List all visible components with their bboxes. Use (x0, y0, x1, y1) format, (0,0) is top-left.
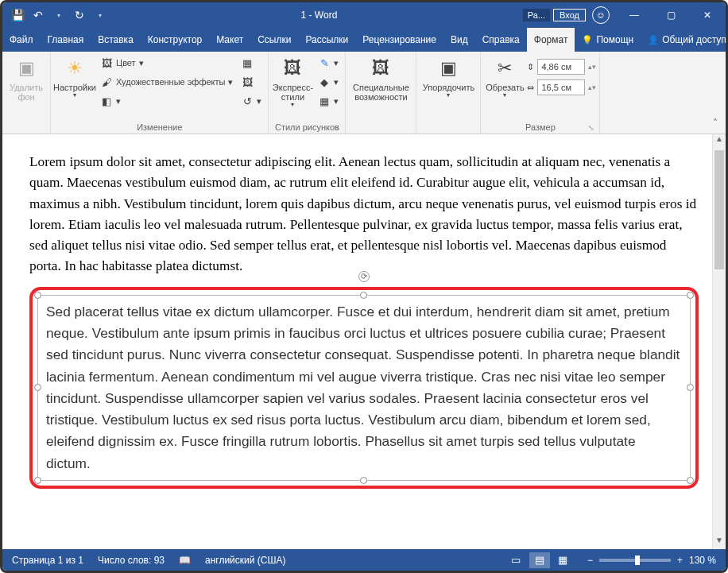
undo-dropdown-icon[interactable]: ▾ (50, 6, 68, 24)
crop-button[interactable]: ✂ Обрезать ▾ (484, 54, 525, 101)
print-layout-icon[interactable]: ▤ (529, 552, 550, 568)
width-icon: ⇔ (527, 83, 534, 93)
resize-handle[interactable] (687, 477, 694, 484)
resize-handle[interactable] (687, 292, 694, 299)
width-input[interactable]: 16,5 см (537, 79, 585, 95)
group-size: ✂ Обрезать ▾ ⇕ 4,86 см ▴▾ ⇔ 16,5 см ▴▾ Р… (481, 52, 600, 134)
launcher-icon[interactable]: ⤡ (588, 124, 594, 132)
word-count[interactable]: Число слов: 93 (98, 555, 165, 566)
face-icon[interactable]: ☺ (592, 6, 610, 24)
resize-handle[interactable] (34, 477, 41, 484)
reset-icon: ↺ (241, 95, 254, 107)
arrange-button[interactable]: ▣ Упорядочить ▾ (420, 54, 477, 101)
close-icon[interactable]: ✕ (689, 2, 726, 28)
arrange-icon: ▣ (436, 56, 461, 81)
remove-background-button[interactable]: ▣ Удалить фон (6, 54, 47, 103)
menu-bar: Файл Главная Вставка Конструктор Макет С… (2, 28, 726, 52)
zoom-out-icon[interactable]: − (587, 555, 593, 566)
picture-border-button[interactable]: ✎ ▾ (315, 54, 342, 72)
proofing-icon[interactable]: 📖 (179, 555, 191, 566)
status-bar: Страница 1 из 1 Число слов: 93 📖 английс… (2, 549, 726, 571)
tab-file[interactable]: Файл (2, 28, 41, 52)
zoom-level[interactable]: 130 % (689, 555, 716, 566)
height-input[interactable]: 4,86 см (537, 59, 585, 75)
title-bar: 💾 ↶▾ ↻▾ 1 - Word Ра... Вход ☺ — ▢ ✕ (2, 2, 726, 28)
corrections-button[interactable]: ☀ Настройки ▾ (54, 54, 95, 101)
vertical-scrollbar[interactable]: ▲ ▼ (712, 134, 726, 549)
zoom-controls: − + 130 % (587, 555, 716, 566)
title-right: Ра... Вход ☺ — ▢ ✕ (523, 2, 726, 28)
tab-help[interactable]: Справка (475, 28, 527, 52)
document-area[interactable]: Lorem ipsum dolor sit amet, consectetur … (2, 134, 726, 549)
tab-view[interactable]: Вид (443, 28, 475, 52)
tab-references[interactable]: Ссылки (250, 28, 298, 52)
redo-icon[interactable]: ↻ (71, 6, 88, 24)
resize-handle[interactable] (360, 292, 367, 299)
page-status[interactable]: Страница 1 из 1 (12, 555, 83, 566)
picture-effects-button[interactable]: ◆ ▾ (315, 73, 342, 91)
tab-review[interactable]: Рецензирование (355, 28, 443, 52)
group-adjust-label: Изменение (54, 121, 265, 134)
color-button[interactable]: 🖼Цвет ▾ (97, 54, 236, 72)
group-styles: 🖼 Экспресс-стили ▾ ✎ ▾ ◆ ▾ ▦ ▾ Стили рис… (269, 52, 346, 134)
transparency-button[interactable]: ◧ ▾ (97, 92, 236, 110)
group-adjust: ☀ Настройки ▾ 🖼Цвет ▾ 🖌Художественные эф… (51, 52, 269, 134)
compress-button[interactable]: ▦ (238, 54, 265, 72)
tab-layout[interactable]: Макет (209, 28, 250, 52)
alt-text-button[interactable]: 🖼 Специальные возможности (349, 54, 412, 103)
qat-customize-icon[interactable]: ▾ (91, 6, 109, 24)
scroll-up-icon[interactable]: ▲ (713, 134, 726, 148)
rotate-handle[interactable]: ⟳ (358, 271, 370, 282)
web-layout-icon[interactable]: ▦ (552, 552, 573, 568)
undo-icon[interactable]: ↶ (29, 6, 47, 24)
change-picture-icon: 🖼 (241, 75, 254, 88)
corrections-icon: ☀ (62, 56, 87, 81)
zoom-slider[interactable] (599, 559, 671, 562)
compress-icon: ▦ (241, 56, 254, 69)
reset-button[interactable]: ↺ ▾ (238, 92, 265, 110)
launcher-icon[interactable]: ⤡ (334, 124, 340, 132)
highlight-annotation: ⟳ Sed placerat tellus vitae ex dictum ul… (29, 287, 699, 489)
resize-handle[interactable] (360, 477, 367, 484)
selected-text-box[interactable]: Sed placerat tellus vitae ex dictum ulla… (37, 295, 691, 481)
context-tab-label[interactable]: Ра... (523, 9, 550, 21)
scroll-thumb[interactable] (714, 150, 724, 269)
tab-home[interactable]: Главная (41, 28, 91, 52)
pic-layout-icon: ▦ (318, 95, 331, 107)
border-icon: ✎ (318, 56, 331, 69)
scroll-down-icon[interactable]: ▼ (713, 536, 726, 549)
body-paragraph[interactable]: Lorem ipsum dolor sit amet, consectetur … (29, 152, 699, 277)
color-icon: 🖼 (100, 56, 113, 69)
quick-access-toolbar: 💾 ↶▾ ↻▾ (2, 6, 115, 24)
zoom-in-icon[interactable]: + (677, 555, 683, 566)
pic-effects-icon: ◆ (318, 75, 331, 88)
view-buttons: ▭ ▤ ▦ (505, 552, 573, 568)
tab-insert[interactable]: Вставка (91, 28, 141, 52)
login-button[interactable]: Вход (553, 9, 586, 21)
picture-layout-button[interactable]: ▦ ▾ (315, 92, 342, 110)
resize-handle[interactable] (34, 384, 41, 391)
read-mode-icon[interactable]: ▭ (505, 552, 526, 568)
maximize-icon[interactable]: ▢ (652, 2, 689, 28)
resize-handle[interactable] (687, 384, 694, 391)
window-title: 1 - Word (115, 10, 523, 21)
effects-icon: 🖌 (100, 75, 113, 88)
artistic-effects-button[interactable]: 🖌Художественные эффекты ▾ (97, 73, 236, 91)
collapse-ribbon-icon[interactable]: ˄ (713, 118, 718, 129)
minimize-icon[interactable]: — (616, 2, 652, 28)
tab-design[interactable]: Конструктор (141, 28, 209, 52)
height-icon: ⇕ (527, 62, 534, 72)
change-picture-button[interactable]: 🖼 (238, 73, 265, 91)
ribbon: ▣ Удалить фон ☀ Настройки ▾ 🖼Цвет ▾ 🖌Худ… (2, 52, 726, 134)
share-button[interactable]: Общий доступ (641, 28, 728, 52)
group-size-label: Размер⤡ (484, 121, 596, 134)
textbox-content[interactable]: Sed placerat tellus vitae ex dictum ulla… (46, 304, 680, 471)
tell-me[interactable]: Помощн (575, 28, 641, 52)
language-status[interactable]: английский (США) (205, 555, 285, 566)
resize-handle[interactable] (34, 292, 41, 299)
save-icon[interactable]: 💾 (9, 6, 26, 24)
transparency-icon: ◧ (100, 95, 113, 107)
tab-format[interactable]: Формат (527, 28, 575, 52)
express-styles-button[interactable]: 🖼 Экспресс-стили ▾ (272, 54, 313, 110)
tab-mailings[interactable]: Рассылки (298, 28, 355, 52)
